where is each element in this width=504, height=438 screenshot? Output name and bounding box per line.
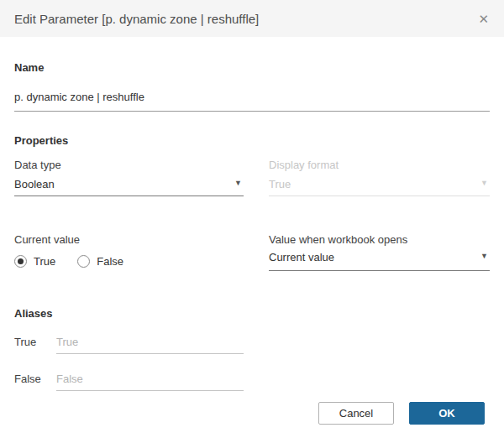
radio-true-label: True bbox=[34, 255, 55, 268]
alias-false-input[interactable] bbox=[56, 373, 244, 391]
alias-true-label: True bbox=[14, 336, 56, 347]
dialog-footer: Cancel OK bbox=[318, 402, 485, 425]
current-value-label: Current value bbox=[14, 234, 244, 245]
ok-button[interactable]: OK bbox=[409, 402, 485, 425]
dialog-title: Edit Parameter [p. dynamic zone | reshuf… bbox=[14, 12, 476, 26]
value-when-workbook-opens-label: Value when workbook opens bbox=[269, 234, 490, 245]
radio-false-label: False bbox=[97, 255, 123, 268]
radio-option-true[interactable]: True bbox=[14, 255, 55, 268]
parameter-name-input[interactable]: p. dynamic zone | reshuffle bbox=[14, 91, 490, 112]
current-value-radio-group: True False bbox=[14, 255, 244, 268]
column-gap bbox=[244, 234, 269, 271]
radio-unselected-icon bbox=[77, 255, 90, 268]
display-format-select: True ▼ bbox=[269, 179, 490, 196]
properties-section-heading: Properties bbox=[14, 135, 490, 146]
current-value-group: Current value True False bbox=[14, 234, 244, 271]
data-type-label: Data type bbox=[14, 159, 244, 170]
value-when-workbook-opens-select[interactable]: Current value ▼ bbox=[269, 252, 490, 271]
dialog-body: Name p. dynamic zone | reshuffle Propert… bbox=[0, 62, 504, 391]
data-type-group: Data type Boolean ▼ bbox=[14, 159, 244, 196]
alias-true-input[interactable] bbox=[56, 336, 244, 354]
dialog-header: Edit Parameter [p. dynamic zone | reshuf… bbox=[0, 0, 504, 37]
alias-false-label: False bbox=[14, 373, 56, 384]
radio-option-false[interactable]: False bbox=[77, 255, 123, 268]
alias-row-false: False bbox=[14, 373, 490, 391]
edit-parameter-dialog: Edit Parameter [p. dynamic zone | reshuf… bbox=[0, 0, 504, 438]
column-gap bbox=[244, 159, 269, 196]
properties-row-1: Data type Boolean ▼ Display format True … bbox=[14, 159, 490, 196]
data-type-value: Boolean bbox=[14, 179, 55, 190]
display-format-value: True bbox=[269, 179, 291, 190]
cancel-button[interactable]: Cancel bbox=[318, 402, 394, 425]
chevron-down-icon: ▼ bbox=[234, 179, 242, 188]
value-when-workbook-opens-value: Current value bbox=[269, 252, 334, 263]
display-format-group: Display format True ▼ bbox=[269, 159, 490, 196]
aliases-section-heading: Aliases bbox=[14, 308, 490, 319]
display-format-label: Display format bbox=[269, 159, 490, 170]
properties-row-2: Current value True False Value when work… bbox=[14, 234, 490, 271]
parameter-name-value: p. dynamic zone | reshuffle bbox=[14, 91, 144, 103]
data-type-select[interactable]: Boolean ▼ bbox=[14, 179, 244, 196]
chevron-down-icon: ▼ bbox=[480, 179, 488, 188]
radio-selected-icon bbox=[14, 255, 27, 268]
close-icon[interactable]: ✕ bbox=[476, 11, 491, 27]
name-section-heading: Name bbox=[14, 62, 490, 73]
alias-row-true: True bbox=[14, 336, 490, 354]
chevron-down-icon: ▼ bbox=[480, 252, 488, 261]
value-when-workbook-opens-group: Value when workbook opens Current value … bbox=[269, 234, 490, 271]
